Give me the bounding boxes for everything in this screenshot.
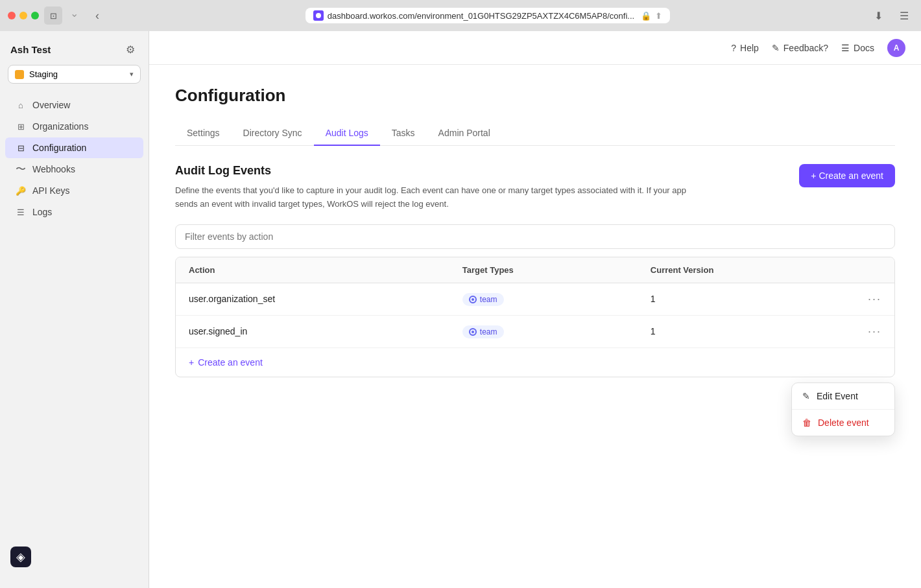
edit-event-item[interactable]: ✎ Edit Event xyxy=(792,383,894,409)
sidebar-nav: ⌂ Overview ⊞ Organizations ⊟ Configurati… xyxy=(0,94,149,223)
team-tag: team xyxy=(462,325,504,338)
row-menu-cell: ··· xyxy=(855,283,894,315)
delete-event-label: Delete event xyxy=(818,417,869,428)
table-row: user.organization_set team 1 ··· xyxy=(176,283,894,315)
close-button[interactable] xyxy=(8,12,16,19)
sidebar-item-overview[interactable]: ⌂ Overview xyxy=(5,95,143,115)
tab-settings[interactable]: Settings xyxy=(175,121,232,146)
help-label: Help xyxy=(740,43,759,53)
sidebar-item-label: API Keys xyxy=(32,185,70,196)
context-menu: ✎ Edit Event 🗑 Delete event xyxy=(791,382,895,436)
user-avatar[interactable]: A xyxy=(887,39,905,57)
section-header: Audit Log Events Define the events that … xyxy=(175,164,895,211)
tab-tasks[interactable]: Tasks xyxy=(380,121,427,146)
user-initials: A xyxy=(894,43,900,53)
webhooks-icon: 〜 xyxy=(16,164,26,174)
create-event-button[interactable]: + Create an event xyxy=(799,164,895,187)
version-cell: 1 xyxy=(638,283,855,315)
row-menu-cell: ··· xyxy=(855,315,894,347)
tag-label: team xyxy=(480,295,497,304)
sidebar: Ash Test ⚙ Staging ▾ ⌂ Overview ⊞ Organi… xyxy=(0,31,149,588)
settings-icon[interactable]: ⚙ xyxy=(123,41,138,57)
tab-admin-portal[interactable]: Admin Portal xyxy=(427,121,502,146)
edit-event-label: Edit Event xyxy=(817,391,858,401)
titlebar-actions: ⬇ ☰ xyxy=(869,6,913,25)
configuration-icon: ⊟ xyxy=(16,143,26,153)
version-cell: 1 xyxy=(638,315,855,347)
url-text: dashboard.workos.com/environment_01G0HTS… xyxy=(328,11,634,21)
tag-label: team xyxy=(480,327,497,336)
row-menu-button-active[interactable]: ··· xyxy=(868,325,881,338)
expand-icon: ⌄ xyxy=(67,6,80,19)
minimize-button[interactable] xyxy=(19,12,27,19)
add-event-cell: + Create an event xyxy=(176,347,894,377)
sidebar-item-logs[interactable]: ☰ Logs xyxy=(5,202,143,222)
lock-icon: 🔒 xyxy=(641,11,651,21)
table-header-row: Action Target Types Current Version xyxy=(176,257,894,283)
col-version: Current Version xyxy=(638,257,855,283)
sidebar-item-label: Logs xyxy=(32,207,52,217)
env-label: Staging xyxy=(29,69,125,79)
sidebar-item-organizations[interactable]: ⊞ Organizations xyxy=(5,116,143,137)
sidebar-item-label: Configuration xyxy=(32,143,86,153)
organizations-icon: ⊞ xyxy=(16,121,26,132)
topbar: ? Help ✎ Feedback? ☰ Docs A xyxy=(149,31,921,65)
target-types-cell: team xyxy=(449,283,638,315)
events-table-wrapper: Action Target Types Current Version user… xyxy=(175,257,895,377)
download-icon[interactable]: ⬇ xyxy=(869,6,887,25)
feedback-button[interactable]: ✎ Feedback? xyxy=(772,43,828,53)
tab-directory-sync[interactable]: Directory Sync xyxy=(232,121,314,146)
docs-icon: ☰ xyxy=(841,43,850,53)
tag-icon xyxy=(469,328,477,336)
sidebar-bottom: ◈ xyxy=(0,536,149,578)
main-content: ? Help ✎ Feedback? ☰ Docs A Configuratio… xyxy=(149,31,921,588)
feedback-label: Feedback? xyxy=(783,43,828,53)
section-info: Audit Log Events Define the events that … xyxy=(175,164,707,211)
help-icon: ? xyxy=(731,43,736,53)
add-event-row: + Create an event xyxy=(176,347,894,377)
url-bar[interactable]: dashboard.workos.com/environment_01G0HTS… xyxy=(305,8,670,23)
sidebar-item-label: Organizations xyxy=(32,121,88,132)
action-cell: user.signed_in xyxy=(176,315,449,347)
sidebar-item-api-keys[interactable]: 🔑 API Keys xyxy=(5,180,143,201)
sidebar-toggle[interactable]: ⊡ xyxy=(44,6,62,25)
col-action: Action xyxy=(176,257,449,283)
edit-icon: ✎ xyxy=(802,391,810,401)
action-cell: user.organization_set xyxy=(176,283,449,315)
sidebar-header: Ash Test ⚙ xyxy=(0,41,149,65)
workos-logo: ◈ xyxy=(10,547,31,567)
tab-audit-logs[interactable]: Audit Logs xyxy=(314,121,380,146)
feedback-icon: ✎ xyxy=(772,43,780,53)
app-title: Ash Test xyxy=(10,44,51,55)
logs-icon: ☰ xyxy=(16,207,26,217)
sidebar-item-label: Overview xyxy=(32,100,70,110)
window-controls xyxy=(8,12,39,19)
col-target-types: Target Types xyxy=(449,257,638,283)
tab-bar: Settings Directory Sync Audit Logs Tasks… xyxy=(175,121,895,146)
docs-button[interactable]: ☰ Docs xyxy=(841,43,874,53)
tag-icon xyxy=(469,296,477,303)
docs-label: Docs xyxy=(854,43,874,53)
add-event-link[interactable]: + Create an event xyxy=(189,357,881,368)
page-content: Configuration Settings Directory Sync Au… xyxy=(149,65,921,588)
section-description: Define the events that you'd like to cap… xyxy=(175,184,707,211)
table-row: user.signed_in team 1 ··· xyxy=(176,315,894,347)
team-tag: team xyxy=(462,293,504,306)
sidebar-item-configuration[interactable]: ⊟ Configuration xyxy=(5,137,143,158)
page-title: Configuration xyxy=(175,86,895,106)
environment-selector[interactable]: Staging ▾ xyxy=(8,65,141,84)
add-event-label: Create an event xyxy=(198,357,263,368)
maximize-button[interactable] xyxy=(31,12,39,19)
trash-icon: 🗑 xyxy=(802,417,811,428)
sidebar-item-webhooks[interactable]: 〜 Webhooks xyxy=(5,159,143,180)
share-icon: ⬆ xyxy=(655,11,662,21)
site-icon xyxy=(313,10,324,21)
bookmarks-icon[interactable]: ☰ xyxy=(895,6,913,25)
row-menu-button[interactable]: ··· xyxy=(868,292,881,306)
help-button[interactable]: ? Help xyxy=(731,43,759,53)
delete-event-item[interactable]: 🗑 Delete event xyxy=(792,410,894,436)
sidebar-item-label: Webhooks xyxy=(32,164,75,174)
env-dot-icon xyxy=(15,70,24,79)
back-button[interactable]: ‹ xyxy=(88,6,106,25)
filter-input[interactable] xyxy=(175,224,895,249)
